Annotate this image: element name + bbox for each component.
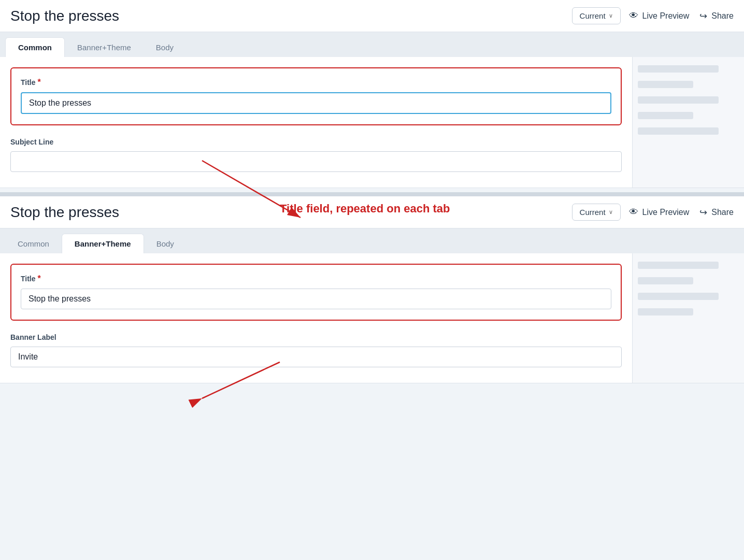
top-panel: Stop the presses Current ∨ 👁 Live Previe…	[0, 0, 744, 188]
sidebar-line-4	[638, 112, 693, 119]
top-panel-header: Stop the presses Current ∨ 👁 Live Previe…	[0, 0, 744, 32]
share-button[interactable]: ↪ Share	[699, 10, 734, 22]
header-actions: 👁 Live Preview ↪ Share	[629, 10, 734, 22]
bottom-page-title: Stop the presses	[10, 204, 564, 221]
bottom-panel: Stop the presses Current ∨ 👁 Live Previe…	[0, 196, 744, 383]
share-icon: ↪	[699, 10, 707, 22]
top-panel-main-content: Title * Subject Line	[0, 57, 632, 188]
bottom-sidebar-line-3	[638, 293, 719, 300]
page-title: Stop the presses	[10, 8, 564, 24]
title-field-label-bottom: Title *	[21, 274, 611, 283]
subject-input-top[interactable]	[10, 151, 622, 172]
banner-label-input[interactable]	[10, 347, 622, 367]
bottom-panel-header: Stop the presses Current ∨ 👁 Live Previe…	[0, 196, 744, 228]
panel-divider	[0, 192, 744, 196]
bottom-tabs-bar: Common Banner+Theme Body	[0, 228, 744, 253]
top-panel-content-area: Title * Subject Line	[0, 57, 744, 188]
sidebar-line-2	[638, 81, 693, 88]
sidebar-line-3	[638, 96, 719, 104]
top-panel-form: Title * Subject Line	[0, 57, 632, 188]
tab-banner-theme-top[interactable]: Banner+Theme	[65, 37, 144, 57]
bottom-panel-main-content: Title * Banner Label	[0, 253, 632, 383]
title-field-section-bottom: Title *	[10, 264, 622, 321]
bottom-version-dropdown[interactable]: Current ∨	[572, 204, 621, 221]
title-input-bottom[interactable]	[21, 289, 611, 309]
subject-label-top: Subject Line	[10, 138, 622, 146]
title-input-top[interactable]	[21, 92, 611, 114]
bottom-panel-content-area: Title * Banner Label	[0, 253, 744, 383]
bottom-share-icon: ↪	[699, 207, 707, 218]
title-field-section-top: Title *	[10, 67, 622, 125]
banner-label-label: Banner Label	[10, 333, 622, 341]
sidebar-line-1	[638, 65, 719, 73]
share-label: Share	[711, 11, 734, 21]
tab-common-bottom[interactable]: Common	[5, 234, 62, 253]
bottom-eye-icon: 👁	[629, 207, 638, 218]
bottom-chevron-down-icon: ∨	[609, 209, 613, 216]
banner-label-section: Banner Label	[10, 333, 622, 367]
bottom-share-label: Share	[711, 208, 734, 217]
page-wrapper: Stop the presses Current ∨ 👁 Live Previe…	[0, 0, 744, 383]
tab-body-bottom[interactable]: Body	[144, 234, 187, 253]
live-preview-button[interactable]: 👁 Live Preview	[629, 10, 690, 21]
bottom-header-actions: 👁 Live Preview ↪ Share	[629, 207, 734, 218]
chevron-down-icon: ∨	[609, 12, 613, 19]
version-label: Current	[580, 11, 606, 20]
live-preview-label: Live Preview	[642, 11, 690, 21]
bottom-sidebar-line-2	[638, 277, 693, 284]
bottom-share-button[interactable]: ↪ Share	[699, 207, 734, 218]
tab-banner-theme-bottom[interactable]: Banner+Theme	[62, 234, 144, 254]
required-star-top: *	[38, 78, 41, 87]
tab-common-top[interactable]: Common	[5, 37, 65, 58]
top-tabs-bar: Common Banner+Theme Body	[0, 32, 744, 57]
subject-section-top: Subject Line	[10, 138, 622, 172]
bottom-panel-form: Title * Banner Label	[0, 253, 632, 383]
bottom-right-sidebar	[632, 253, 744, 383]
top-right-sidebar	[632, 57, 744, 188]
bottom-sidebar-line-1	[638, 262, 719, 269]
bottom-live-preview-label: Live Preview	[642, 208, 690, 217]
bottom-sidebar-line-4	[638, 308, 693, 315]
bottom-live-preview-button[interactable]: 👁 Live Preview	[629, 207, 690, 218]
sidebar-line-5	[638, 127, 719, 135]
bottom-version-label: Current	[580, 208, 606, 217]
eye-icon: 👁	[629, 10, 638, 21]
version-dropdown[interactable]: Current ∨	[572, 7, 621, 24]
title-field-label-top: Title *	[21, 78, 611, 87]
tab-body-top[interactable]: Body	[144, 37, 186, 57]
required-star-bottom: *	[38, 274, 41, 283]
